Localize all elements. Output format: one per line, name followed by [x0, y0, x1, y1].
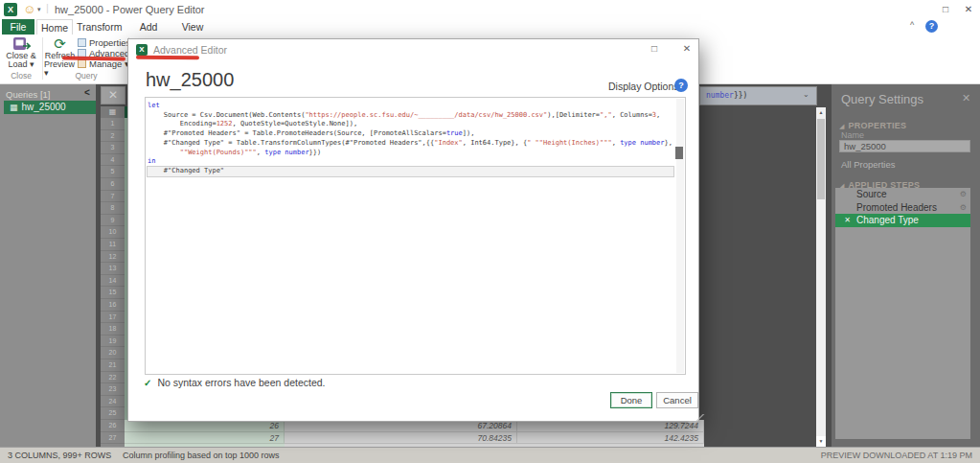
dialog-query-heading: hw_25000 — [146, 69, 234, 91]
row-header-21[interactable]: 21 — [101, 359, 125, 372]
applied-step-source[interactable]: Source⚙ — [835, 188, 970, 201]
status-bar: 3 COLUMNS, 999+ ROWS Column profiling ba… — [0, 447, 980, 463]
row-header-26[interactable]: 26 — [101, 420, 125, 432]
close-load-label-2: Load ▾ — [8, 60, 34, 69]
scrollbar-thumb[interactable] — [817, 119, 825, 199]
gear-icon[interactable]: ⚙ — [960, 201, 967, 215]
group-separator — [42, 37, 43, 80]
editor-scrollbar[interactable] — [676, 99, 684, 373]
tab-add-column[interactable]: Add Column — [123, 19, 174, 35]
advanced-editor-dialog: X Advanced Editor □ ✕ hw_25000 Display O… — [127, 38, 699, 422]
row-header-6[interactable]: 6 — [101, 178, 125, 191]
query-name-input[interactable]: hw_25000 — [839, 140, 970, 152]
query-settings-title: Query Settings — [841, 92, 923, 106]
row-header-1[interactable]: 1 — [101, 118, 125, 130]
row-header-3[interactable]: 3 — [101, 142, 125, 154]
formula-bar-expand-icon[interactable]: ⌄ — [803, 90, 809, 99]
collapse-triangle-icon: ◢ — [839, 123, 844, 129]
grid-cell-weight[interactable]: 142.4235 — [517, 432, 704, 445]
code-line[interactable]: Source = Csv.Document(Web.Contents("http… — [148, 111, 673, 121]
window-title: hw_25000 - Power Query Editor — [55, 4, 205, 15]
code-line[interactable]: ""Weight(Pounds)""", type number}}) — [148, 149, 673, 158]
red-underline-annotation — [136, 56, 199, 59]
code-line[interactable]: Encoding=1252, QuoteStyle=QuoteStyle.Non… — [148, 120, 673, 129]
qat-dropdown-icon[interactable]: ▾ — [37, 6, 41, 13]
code-line[interactable]: in — [148, 157, 673, 167]
row-header-18[interactable]: 18 — [101, 323, 125, 336]
step-label: Promoted Headers — [856, 201, 937, 215]
group-label-close: Close — [0, 71, 42, 81]
code-line[interactable]: #"Promoted Headers" = Table.PromoteHeade… — [148, 129, 673, 139]
row-header-7[interactable]: 7 — [101, 191, 125, 203]
applied-steps-list: Source⚙Promoted Headers⚙✕Changed Type — [835, 188, 970, 439]
row-header-16[interactable]: 16 — [101, 299, 125, 312]
refresh-icon: ⟳ — [54, 35, 66, 52]
help-icon[interactable]: ? — [925, 20, 938, 33]
queries-pane — [0, 84, 96, 447]
scroll-up-icon[interactable]: ▲ — [816, 109, 826, 115]
row-header-4[interactable]: 4 — [101, 154, 125, 167]
formula-cancel-icon[interactable]: ✕ — [101, 86, 125, 104]
window-maximize-icon[interactable]: □ — [937, 2, 954, 16]
row-header-13[interactable]: 13 — [101, 263, 125, 275]
row-header-10[interactable]: 10 — [101, 226, 125, 239]
select-all-icon[interactable]: ▦ — [101, 106, 125, 118]
formula-bar[interactable]: number}}) — [699, 86, 817, 105]
row-header-14[interactable]: 14 — [101, 275, 125, 288]
row-header-19[interactable]: 19 — [101, 336, 125, 348]
window-close-icon[interactable]: ✕ — [960, 2, 977, 16]
row-header-2[interactable]: 2 — [101, 130, 125, 143]
ribbon-collapse-icon[interactable]: ^ — [910, 20, 914, 30]
row-header-5[interactable]: 5 — [101, 166, 125, 178]
group-label-query: Query — [44, 71, 128, 81]
row-header-15[interactable]: 15 — [101, 287, 125, 299]
done-button[interactable]: Done — [610, 392, 652, 408]
row-header-25[interactable]: 25 — [101, 407, 125, 420]
step-delete-icon[interactable]: ✕ — [835, 214, 851, 227]
query-item-label: hw_25000 — [22, 102, 66, 112]
row-header-8[interactable]: 8 — [101, 202, 125, 215]
grid-vertical-scrollbar[interactable]: ▲ ▼ — [816, 107, 826, 447]
code-lines: let Source = Csv.Document(Web.Contents("… — [148, 102, 673, 176]
row-header-24[interactable]: 24 — [101, 396, 125, 408]
cancel-button[interactable]: Cancel — [656, 392, 698, 408]
code-line[interactable]: #"Changed Type" = Table.TransformColumnT… — [148, 139, 673, 149]
row-header-17[interactable]: 17 — [101, 312, 125, 324]
tab-transform[interactable]: Transform — [77, 19, 119, 35]
step-label: Source — [856, 188, 887, 201]
queries-pane-header: Queries [1] — [6, 89, 50, 100]
row-header-22[interactable]: 22 — [101, 372, 125, 384]
tab-home[interactable]: Home — [36, 19, 73, 35]
code-line[interactable]: #"Changed Type" — [148, 167, 673, 176]
query-list-item[interactable]: ▦hw_25000 — [4, 101, 96, 114]
smiley-feedback-icon[interactable]: ☺ — [23, 2, 35, 17]
applied-step-promoted-headers[interactable]: Promoted Headers⚙ — [835, 201, 970, 215]
properties-button[interactable]: Properties — [78, 37, 130, 48]
dialog-close-icon[interactable]: ✕ — [678, 42, 695, 56]
row-header-20[interactable]: 20 — [101, 347, 125, 359]
qat-separator: | — [46, 2, 49, 13]
excel-dialog-icon: X — [136, 44, 148, 56]
queries-collapse-icon[interactable]: < — [84, 87, 90, 98]
scroll-down-icon[interactable]: ▼ — [816, 436, 826, 447]
row-header-9[interactable]: 9 — [101, 215, 125, 227]
panel-close-icon[interactable]: ✕ — [962, 92, 970, 104]
code-line[interactable]: let — [148, 102, 673, 111]
dialog-help-icon[interactable]: ? — [674, 79, 688, 92]
row-header-23[interactable]: 23 — [101, 383, 125, 396]
row-header-27[interactable]: 27 — [101, 432, 125, 445]
gear-icon[interactable]: ⚙ — [960, 188, 967, 201]
editor-scrollbar-thumb[interactable] — [675, 147, 683, 159]
row-header-12[interactable]: 12 — [101, 251, 125, 264]
dialog-maximize-icon[interactable]: □ — [646, 42, 663, 56]
code-editor[interactable]: let Source = Csv.Document(Web.Contents("… — [145, 97, 686, 375]
grid-cell-index[interactable]: 27 — [125, 432, 285, 445]
all-properties-link[interactable]: All Properties — [841, 159, 896, 170]
applied-step-changed-type[interactable]: ✕Changed Type — [835, 214, 970, 227]
tab-file[interactable]: File — [2, 19, 34, 35]
status-preview-time: PREVIEW DOWNLOADED AT 1:19 PM — [821, 451, 972, 460]
row-header-11[interactable]: 11 — [101, 239, 125, 251]
tab-view[interactable]: View — [178, 19, 207, 35]
grid-cell-height[interactable]: 70.84235 — [285, 432, 517, 445]
table-icon: ▦ — [10, 103, 18, 112]
